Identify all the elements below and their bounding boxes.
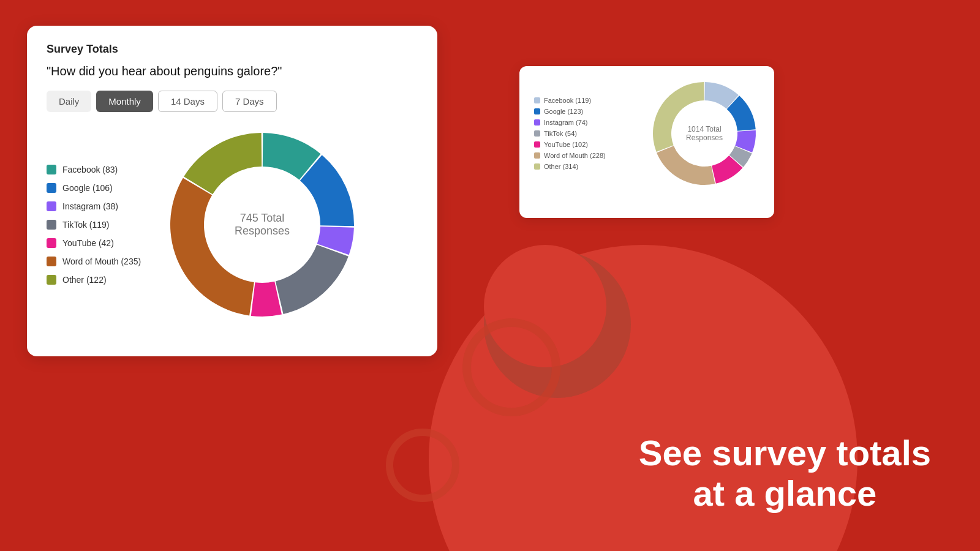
legend-color-dot [47,220,56,230]
legend-label: Instagram (38) [62,201,118,211]
secondary-legend-item: YouTube (102) [534,141,606,148]
legend-item: Google (106) [47,183,145,193]
secondary-legend-item: Word of Mouth (228) [534,152,606,159]
legend-color-dot [47,165,56,174]
chart-area: Facebook (83)Google (106)Instagram (38)T… [47,127,418,323]
legend-color-dot [47,201,56,211]
legend-label: Word of Mouth (235) [62,257,141,266]
legend-item: YouTube (42) [47,238,145,248]
secondary-legend-label: Google (123) [544,108,583,115]
legend-item: Other (122) [47,275,145,285]
secondary-legend-dot [534,130,540,137]
secondary-legend: Facebook (119)Google (123)Instagram (74)… [534,97,606,170]
secondary-donut-svg [649,78,760,189]
legend-label: Facebook (83) [62,165,118,174]
legend-label: Other (122) [62,275,107,285]
secondary-legend-dot [534,163,540,170]
secondary-legend-dot [534,141,540,148]
secondary-legend-dot [534,119,540,126]
legend-color-dot [47,257,56,266]
btn-7days[interactable]: 7 Days [222,91,277,112]
secondary-legend-dot [534,97,540,103]
filter-btn-group: Daily Monthly 14 Days 7 Days [47,91,418,112]
secondary-legend-label: Word of Mouth (228) [544,152,606,159]
secondary-legend-dot [534,108,540,114]
secondary-donut-container: 1014 Total Responses [649,78,760,189]
secondary-legend-dot [534,152,540,159]
secondary-legend-item: Instagram (74) [534,119,606,126]
secondary-legend-item: Other (314) [534,163,606,170]
bg-ring-bottom [386,429,459,502]
legend-color-dot [47,183,56,193]
legend-item: Instagram (38) [47,201,145,211]
legend-item: Facebook (83) [47,165,145,174]
legend-label: Google (106) [62,183,113,193]
secondary-legend-item: Facebook (119) [534,97,606,104]
chart-legend: Facebook (83)Google (106)Instagram (38)T… [47,165,145,285]
btn-monthly[interactable]: Monthly [96,91,153,112]
secondary-legend-label: Facebook (119) [544,97,591,104]
btn-14days[interactable]: 14 Days [158,91,217,112]
legend-item: TikTok (119) [47,220,145,230]
secondary-legend-label: Instagram (74) [544,119,588,126]
legend-color-dot [47,275,56,285]
legend-color-dot [47,238,56,248]
tagline-line2: at a glance [639,473,931,514]
card-question: "How did you hear about penguins galore?… [47,64,418,78]
main-donut-svg [164,127,360,323]
legend-label: YouTube (42) [62,238,114,248]
btn-daily[interactable]: Daily [47,91,91,112]
tagline: See survey totals at a glance [639,433,931,514]
secondary-legend-label: Other (314) [544,163,578,170]
bg-ring-left [462,318,560,416]
card-title: Survey Totals [47,43,418,56]
secondary-legend-item: Google (123) [534,108,606,115]
main-card: Survey Totals "How did you hear about pe… [27,26,437,356]
secondary-legend-label: TikTok (54) [544,130,577,137]
secondary-legend-item: TikTok (54) [534,130,606,137]
legend-item: Word of Mouth (235) [47,257,145,266]
secondary-chart-area: Facebook (119)Google (123)Instagram (74)… [534,78,760,189]
secondary-legend-label: YouTube (102) [544,141,588,148]
legend-label: TikTok (119) [62,220,110,230]
tagline-line1: See survey totals [639,433,931,474]
main-donut-container: 745 Total Responses [164,127,360,323]
secondary-card: Facebook (119)Google (123)Instagram (74)… [519,66,774,218]
